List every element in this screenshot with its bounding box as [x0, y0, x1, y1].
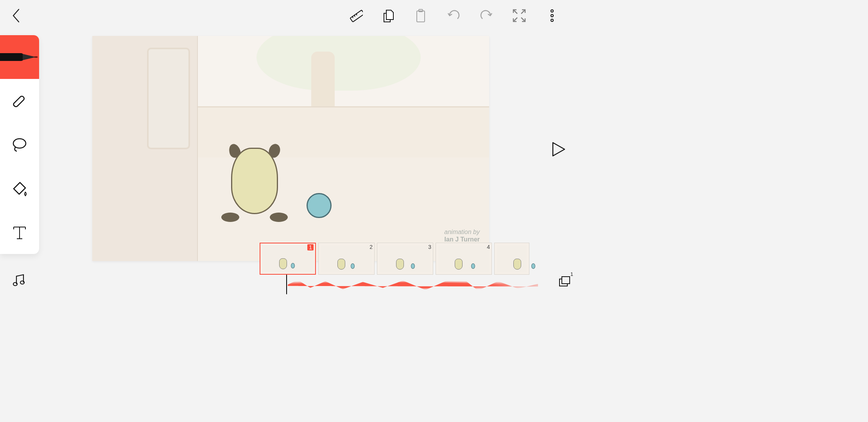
svg-marker-26: [553, 143, 565, 156]
frame-number: 4: [487, 244, 490, 250]
frame-number: 3: [428, 244, 431, 250]
svg-marker-14: [23, 54, 36, 60]
svg-point-11: [551, 14, 553, 17]
timeline-playhead[interactable]: [286, 275, 287, 294]
paste-button[interactable]: [412, 7, 429, 24]
timeline-frame[interactable]: [494, 243, 529, 275]
svg-rect-13: [0, 53, 23, 61]
redo-button[interactable]: [478, 7, 495, 24]
lasso-tool[interactable]: [0, 123, 39, 166]
canvas-scene: animation by Ian J Turner: [92, 36, 489, 261]
expand-icon: [512, 8, 527, 23]
svg-point-16: [13, 139, 26, 148]
frame-number: 1: [307, 244, 314, 250]
canvas[interactable]: animation by Ian J Turner: [92, 36, 489, 261]
svg-point-10: [551, 10, 553, 12]
redo-icon: [479, 8, 494, 23]
fill-tool[interactable]: [0, 166, 39, 210]
svg-line-7: [521, 10, 525, 14]
pen-tool[interactable]: [0, 35, 39, 79]
audio-button[interactable]: [9, 271, 28, 290]
ruler-button[interactable]: [346, 7, 364, 24]
lasso-icon: [11, 136, 29, 154]
svg-line-6: [513, 10, 517, 14]
svg-line-9: [513, 18, 517, 21]
text-icon: [11, 223, 29, 241]
credit-line2: Ian J Turner: [444, 236, 480, 243]
timeline-frame[interactable]: 1: [260, 243, 316, 275]
layers-icon: [558, 274, 571, 288]
play-button[interactable]: [548, 139, 568, 159]
timeline-frame[interactable]: 4: [436, 243, 492, 275]
more-vertical-icon: [549, 8, 555, 23]
ball: [307, 193, 332, 218]
svg-rect-4: [417, 11, 425, 22]
character-bear: [225, 144, 284, 222]
svg-rect-25: [562, 277, 570, 284]
eraser-icon: [11, 92, 29, 110]
svg-line-8: [521, 18, 525, 21]
text-tool[interactable]: [0, 210, 39, 254]
top-actions: [346, 7, 572, 24]
undo-button[interactable]: [445, 7, 462, 24]
tool-rail: [0, 35, 39, 254]
top-toolbar: [0, 0, 579, 31]
music-note-icon: [11, 272, 27, 288]
undo-icon: [446, 8, 461, 23]
svg-rect-15: [34, 56, 38, 58]
layers-button[interactable]: [558, 274, 572, 288]
credit-line1: animation by: [444, 228, 480, 236]
play-icon: [549, 140, 567, 158]
copy-icon: [380, 8, 396, 23]
more-button[interactable]: [543, 7, 561, 24]
canvas-credit: animation by Ian J Turner: [444, 228, 480, 243]
chevron-left-icon: [11, 8, 22, 23]
back-button[interactable]: [7, 6, 26, 25]
svg-rect-0: [350, 10, 363, 22]
timeline-frame[interactable]: 2: [318, 243, 375, 275]
eraser-tool[interactable]: [0, 79, 39, 123]
ruler-icon: [347, 8, 363, 23]
pen-icon: [0, 46, 39, 68]
fullscreen-button[interactable]: [511, 7, 528, 24]
paint-bucket-icon: [10, 179, 29, 198]
timeline-frame[interactable]: 3: [377, 243, 433, 275]
copy-button[interactable]: [379, 7, 396, 24]
svg-point-12: [551, 19, 553, 21]
audio-waveform[interactable]: [288, 279, 538, 292]
timeline-frames: 1234: [260, 243, 529, 275]
frame-number: 2: [369, 244, 373, 250]
clipboard-icon: [413, 8, 429, 23]
